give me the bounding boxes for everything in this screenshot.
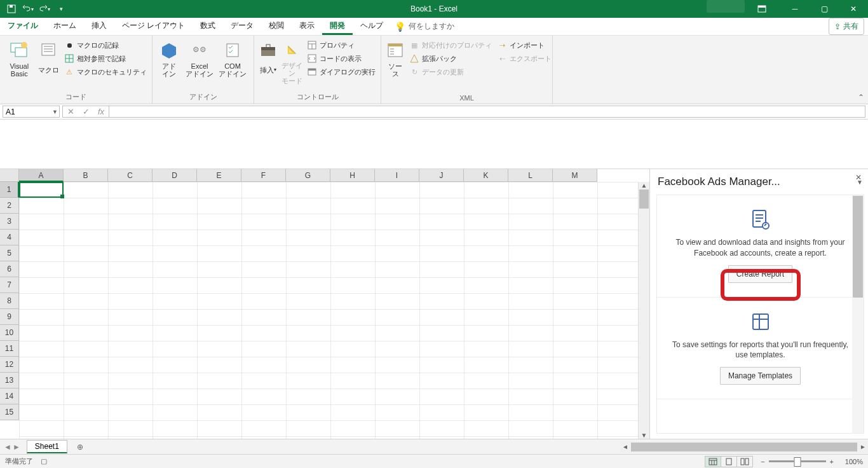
row-header-11[interactable]: 11 xyxy=(0,341,19,357)
ribbon-display-options-icon[interactable] xyxy=(747,0,776,18)
worksheet-grid[interactable]: A B C D E F G H I J K L M 1 2 3 4 5 6 7 … xyxy=(0,169,649,439)
xml-source-button[interactable]: ソース xyxy=(385,38,405,78)
visual-basic-button[interactable]: Visual Basic xyxy=(4,38,35,78)
prev-sheet-icon[interactable]: ◄ xyxy=(4,443,11,451)
relative-ref-button[interactable]: 相対参照で記録 xyxy=(63,53,148,64)
row-header-8[interactable]: 8 xyxy=(0,293,19,309)
macros-button[interactable]: マクロ xyxy=(37,38,60,78)
sheet-tab-1[interactable]: Sheet1 xyxy=(27,440,67,453)
manage-templates-button[interactable]: Manage Templates xyxy=(720,367,801,385)
row-header-10[interactable]: 10 xyxy=(0,325,19,341)
row-header-14[interactable]: 14 xyxy=(0,389,19,404)
com-addins-button[interactable]: COM アドイン xyxy=(217,38,248,78)
user-account[interactable] xyxy=(707,0,745,13)
row-header-12[interactable]: 12 xyxy=(0,357,19,373)
scroll-down-icon[interactable]: ▼ xyxy=(639,432,649,439)
run-dialog-button[interactable]: ダイアログの実行 xyxy=(306,66,377,78)
taskpane-scrollbar[interactable] xyxy=(852,195,864,433)
scroll-right-icon[interactable]: ► xyxy=(858,443,868,450)
scroll-left-icon[interactable]: ◄ xyxy=(620,443,630,450)
fx-icon[interactable]: fx xyxy=(93,107,109,116)
col-header-E[interactable]: E xyxy=(197,169,241,182)
col-header-L[interactable]: L xyxy=(508,169,553,182)
view-code-button[interactable]: コードの表示 xyxy=(306,53,377,64)
tab-home[interactable]: ホーム xyxy=(46,18,84,35)
row-header-3[interactable]: 3 xyxy=(0,214,19,230)
normal-view-icon[interactable] xyxy=(705,456,721,467)
import-button[interactable]: ⇢インポート xyxy=(496,39,553,51)
tab-page-layout[interactable]: ページ レイアウト xyxy=(114,18,193,35)
macro-record-status-icon[interactable]: ▢ xyxy=(41,457,47,465)
col-header-J[interactable]: J xyxy=(419,169,464,182)
save-icon[interactable] xyxy=(4,1,19,17)
maximize-button[interactable]: ▢ xyxy=(810,0,839,18)
tab-developer[interactable]: 開発 xyxy=(322,18,353,35)
col-header-K[interactable]: K xyxy=(464,169,508,182)
taskpane-scroll-thumb[interactable] xyxy=(853,196,863,298)
name-box[interactable]: A1▼ xyxy=(3,106,60,118)
row-header-4[interactable]: 4 xyxy=(0,230,19,245)
undo-icon[interactable]: ▾ xyxy=(20,1,36,17)
row-header-13[interactable]: 13 xyxy=(0,373,19,389)
addins-button[interactable]: アド イン xyxy=(156,38,182,78)
hscroll-thumb[interactable] xyxy=(631,443,857,451)
minimize-button[interactable]: ─ xyxy=(780,0,810,18)
col-header-C[interactable]: C xyxy=(108,169,153,182)
col-header-B[interactable]: B xyxy=(64,169,108,182)
page-break-view-icon[interactable] xyxy=(736,456,753,467)
tab-formulas[interactable]: 数式 xyxy=(193,18,223,35)
vertical-scrollbar[interactable]: ▲ ▼ xyxy=(638,182,649,439)
col-header-A[interactable]: A xyxy=(19,169,64,182)
zoom-in-icon[interactable]: + xyxy=(830,458,834,465)
collapse-ribbon-icon[interactable]: ⌃ xyxy=(858,93,864,102)
col-header-F[interactable]: F xyxy=(241,169,286,182)
properties-button[interactable]: プロパティ xyxy=(306,39,377,51)
horizontal-scrollbar[interactable]: ◄ ► xyxy=(620,441,868,453)
row-header-9[interactable]: 9 xyxy=(0,309,19,325)
create-report-button[interactable]: Create Report xyxy=(728,265,792,283)
share-button[interactable]: ⇪共有 xyxy=(829,18,864,35)
taskpane-close-icon[interactable]: ✕ xyxy=(855,173,862,182)
row-header-7[interactable]: 7 xyxy=(0,277,19,293)
row-header-5[interactable]: 5 xyxy=(0,245,19,261)
dropdown-icon[interactable]: ▼ xyxy=(52,109,58,115)
macro-security-button[interactable]: ⚠マクロのセキュリティ xyxy=(63,66,148,78)
col-header-H[interactable]: H xyxy=(330,169,375,182)
tab-review[interactable]: 校閲 xyxy=(261,18,292,35)
page-layout-view-icon[interactable] xyxy=(721,456,737,467)
row-header-15[interactable]: 15 xyxy=(0,404,19,420)
col-header-I[interactable]: I xyxy=(375,169,419,182)
qat-customize-icon[interactable]: ▾ xyxy=(53,1,69,17)
zoom-slider[interactable] xyxy=(769,460,826,462)
insert-control-button[interactable]: 挿入▾ xyxy=(258,38,278,78)
row-header-2[interactable]: 2 xyxy=(0,198,19,214)
tab-view[interactable]: 表示 xyxy=(292,18,322,35)
file-tab[interactable]: ファイル xyxy=(0,18,46,35)
tab-insert[interactable]: 挿入 xyxy=(84,18,114,35)
row-header-1[interactable]: 1 xyxy=(0,182,19,198)
add-sheet-icon[interactable]: ⊕ xyxy=(74,443,86,451)
expansion-pack-button[interactable]: 拡張パック xyxy=(408,53,493,64)
vscroll-thumb[interactable] xyxy=(639,189,649,209)
cell-grid[interactable] xyxy=(19,182,638,439)
col-header-D[interactable]: D xyxy=(153,169,197,182)
formula-bar-expanded[interactable] xyxy=(0,120,868,169)
excel-addins-button[interactable]: ⚙⚙Excel アドイン xyxy=(184,38,215,78)
row-header-6[interactable]: 6 xyxy=(0,261,19,277)
redo-icon[interactable]: ▾ xyxy=(37,1,52,17)
tell-me[interactable]: 💡何をしますか xyxy=(395,18,454,35)
tab-help[interactable]: ヘルプ xyxy=(353,18,391,35)
enter-icon[interactable]: ✓ xyxy=(78,107,93,116)
select-all-cell[interactable] xyxy=(0,169,19,182)
zoom-out-icon[interactable]: − xyxy=(761,458,764,465)
formula-input[interactable] xyxy=(109,106,865,118)
zoom-level[interactable]: 100% xyxy=(837,458,863,465)
record-macro-button[interactable]: ⏺マクロの記録 xyxy=(63,39,148,51)
design-mode-button[interactable]: 📐デザイン モード xyxy=(281,38,303,85)
col-header-M[interactable]: M xyxy=(553,169,597,182)
tab-data[interactable]: データ xyxy=(223,18,261,35)
close-button[interactable]: ✕ xyxy=(839,0,868,18)
col-header-G[interactable]: G xyxy=(286,169,330,182)
next-sheet-icon[interactable]: ► xyxy=(13,443,20,451)
cancel-icon[interactable]: ✕ xyxy=(63,107,78,116)
